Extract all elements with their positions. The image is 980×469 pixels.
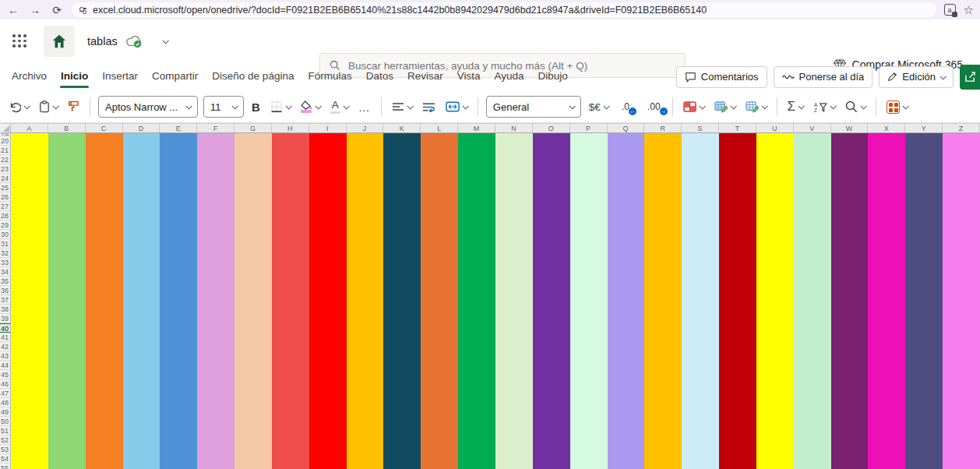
column-header-J[interactable]: J xyxy=(347,124,384,132)
row-header-37[interactable]: 37 xyxy=(0,295,11,305)
grid-column-E[interactable] xyxy=(160,133,197,469)
tab-compartir[interactable]: Compartir xyxy=(145,64,205,90)
chevron-down-icon[interactable] xyxy=(162,37,168,44)
row-header-21[interactable]: 21 xyxy=(0,146,11,155)
font-size-select[interactable]: 11 xyxy=(203,96,244,118)
tab-diseño-de-página[interactable]: Diseño de página xyxy=(205,64,301,90)
row-header-26[interactable]: 26 xyxy=(0,192,11,202)
saved-to-cloud-icon[interactable] xyxy=(125,34,143,48)
column-header-F[interactable]: F xyxy=(197,124,234,132)
merge-cells-button[interactable] xyxy=(443,99,470,115)
column-header-Y[interactable]: Y xyxy=(905,124,943,132)
row-header-50[interactable]: 50 xyxy=(0,417,11,426)
fill-color-button[interactable] xyxy=(298,98,323,115)
tab-archivo[interactable]: Archivo xyxy=(5,64,54,90)
row-header-48[interactable]: 48 xyxy=(0,398,11,407)
row-header-49[interactable]: 49 xyxy=(0,407,11,417)
grid-column-M[interactable] xyxy=(458,133,495,469)
column-header-E[interactable]: E xyxy=(160,124,197,132)
column-header-Z[interactable]: Z xyxy=(943,124,980,132)
home-button[interactable] xyxy=(44,26,75,57)
column-header-V[interactable]: V xyxy=(794,124,831,132)
sort-filter-button[interactable]: A Z xyxy=(811,99,837,115)
share-button[interactable] xyxy=(960,65,980,90)
grid-column-W[interactable] xyxy=(831,133,869,469)
bold-button[interactable]: B xyxy=(249,98,263,116)
grid-column-F[interactable] xyxy=(197,133,234,469)
select-all-corner[interactable] xyxy=(0,124,11,132)
catch-up-button[interactable]: Ponerse al día xyxy=(774,66,873,88)
grid-column-B[interactable] xyxy=(48,133,86,469)
currency-format-button[interactable]: $€ xyxy=(587,99,611,115)
tab-datos[interactable]: Datos xyxy=(359,64,400,90)
column-header-H[interactable]: H xyxy=(272,124,309,132)
find-button[interactable] xyxy=(843,98,868,115)
tab-revisar[interactable]: Revisar xyxy=(400,64,450,90)
row-header-33[interactable]: 33 xyxy=(0,258,11,267)
conditional-formatting-button[interactable] xyxy=(681,99,707,115)
borders-button[interactable] xyxy=(268,98,293,115)
grid-column-Y[interactable] xyxy=(905,133,943,469)
file-name[interactable]: tablas xyxy=(87,35,118,48)
ribbon-layout-button[interactable] xyxy=(884,98,910,116)
comments-button[interactable]: Comentarios xyxy=(676,66,767,88)
grid-column-Q[interactable] xyxy=(608,133,645,469)
translate-icon[interactable]: a xyxy=(944,4,956,16)
grid-column-P[interactable] xyxy=(570,133,608,469)
format-as-table-button[interactable] xyxy=(712,99,738,115)
grid-column-C[interactable] xyxy=(86,133,123,469)
autosum-button[interactable]: Σ xyxy=(785,97,806,117)
tab-ayuda[interactable]: Ayuda xyxy=(488,64,531,90)
cell-styles-button[interactable] xyxy=(743,99,769,115)
reload-icon[interactable]: ⟳ xyxy=(50,4,64,16)
row-header-47[interactable]: 47 xyxy=(0,389,11,398)
undo-button[interactable] xyxy=(6,99,31,115)
column-header-S[interactable]: S xyxy=(682,124,719,132)
column-header-M[interactable]: M xyxy=(458,124,495,132)
forward-icon[interactable]: → xyxy=(28,4,42,16)
row-header-40[interactable]: 40 xyxy=(0,323,11,333)
column-header-X[interactable]: X xyxy=(868,124,905,132)
column-header-U[interactable]: U xyxy=(756,124,794,132)
column-header-N[interactable]: N xyxy=(495,124,533,132)
row-header-51[interactable]: 51 xyxy=(0,426,11,436)
row-header-41[interactable]: 41 xyxy=(0,333,11,342)
row-header-35[interactable]: 35 xyxy=(0,277,11,286)
alignment-button[interactable] xyxy=(390,100,414,114)
paste-button[interactable] xyxy=(37,98,60,115)
row-header-29[interactable]: 29 xyxy=(0,220,11,230)
row-header-30[interactable]: 30 xyxy=(0,230,11,239)
row-header-43[interactable]: 43 xyxy=(0,351,11,361)
row-header-31[interactable]: 31 xyxy=(0,239,11,249)
row-header-32[interactable]: 32 xyxy=(0,249,11,258)
grid-column-J[interactable] xyxy=(347,133,384,469)
column-header-D[interactable]: D xyxy=(123,124,160,132)
tab-fórmulas[interactable]: Fórmulas xyxy=(301,64,358,90)
url-text[interactable]: excel.cloud.microsoft/open/onedrive/?doc… xyxy=(93,5,707,16)
row-header-34[interactable]: 34 xyxy=(0,267,11,277)
row-header-36[interactable]: 36 xyxy=(0,286,11,295)
row-header-45[interactable]: 45 xyxy=(0,370,11,379)
column-header-P[interactable]: P xyxy=(570,124,608,132)
grid-column-L[interactable] xyxy=(421,133,458,469)
editing-mode-button[interactable]: Edición xyxy=(879,66,954,88)
column-header-Q[interactable]: Q xyxy=(608,124,645,132)
grid-column-D[interactable] xyxy=(123,133,160,469)
decrease-decimal-button[interactable]: .0 ← xyxy=(619,99,633,115)
grid-column-A[interactable] xyxy=(11,133,48,469)
column-header-I[interactable]: I xyxy=(309,124,347,132)
column-header-K[interactable]: K xyxy=(383,124,421,132)
address-bar[interactable]: excel.cloud.microsoft/open/onedrive/?doc… xyxy=(72,2,936,17)
grid-column-T[interactable] xyxy=(719,133,756,469)
row-header-22[interactable]: 22 xyxy=(0,155,11,164)
row-header-55[interactable]: 55 xyxy=(0,464,11,469)
format-painter-button[interactable] xyxy=(65,98,82,115)
column-header-L[interactable]: L xyxy=(421,124,458,132)
font-name-select[interactable]: Aptos Narrow ... xyxy=(98,96,198,118)
row-header-44[interactable]: 44 xyxy=(0,361,11,370)
row-header-28[interactable]: 28 xyxy=(0,211,11,220)
number-format-select[interactable]: General xyxy=(486,96,581,118)
tab-inicio[interactable]: Inicio xyxy=(54,64,95,90)
back-icon[interactable]: ← xyxy=(6,4,20,16)
column-header-R[interactable]: R xyxy=(644,124,682,132)
